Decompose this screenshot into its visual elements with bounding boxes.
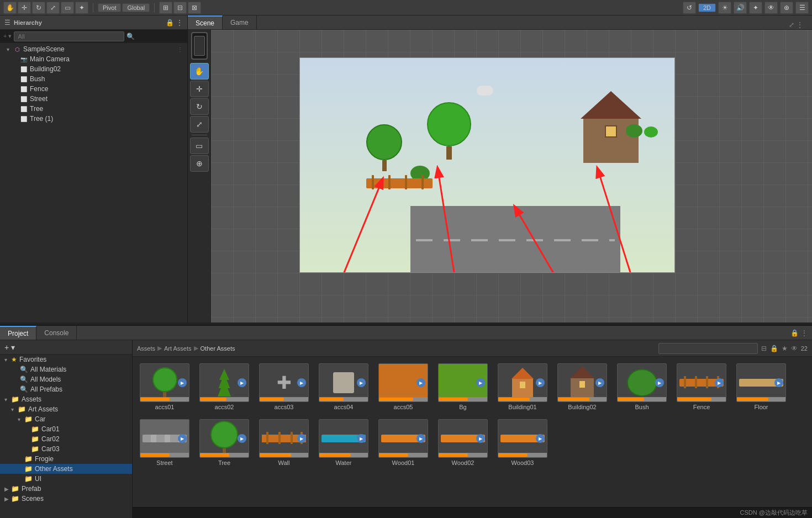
sidebar-item-all-prefabs[interactable]: 🔍 All Prefabs xyxy=(0,384,132,394)
accs05-play-btn[interactable]: ▶ xyxy=(416,378,425,387)
asset-item-bush[interactable]: ▶ Bush xyxy=(614,361,669,413)
sidebar-item-car01[interactable]: 📁 Car01 xyxy=(0,424,132,434)
hierarchy-add-btn[interactable]: + ▾ xyxy=(3,33,12,40)
hierarchy-item-tree[interactable]: ⬜ Tree xyxy=(0,104,187,114)
scene-vis-btn[interactable]: 👁 xyxy=(764,2,778,14)
bottom-menu-btn[interactable]: ⋮ xyxy=(801,329,808,337)
tool-scale-btn[interactable]: ⤢ xyxy=(190,116,209,133)
asset-item-accs02[interactable]: ▶ accs02 xyxy=(197,361,252,413)
asset-item-accs01[interactable]: ▶ accs01 xyxy=(137,361,192,413)
accs02-play-btn[interactable]: ▶ xyxy=(238,378,246,387)
bg-play-btn[interactable]: ▶ xyxy=(476,378,485,387)
floor-play-btn[interactable]: ▶ xyxy=(774,378,783,387)
rect-tool-btn[interactable]: ▭ xyxy=(61,2,74,14)
hierarchy-lock-btn[interactable]: 🔒 xyxy=(166,19,174,27)
asset-item-building01[interactable]: ▶ Building01 xyxy=(495,361,550,413)
sidebar-item-favorites[interactable]: ▾ ★ Favorites xyxy=(0,355,132,364)
rotate-tool-btn[interactable]: ↻ xyxy=(32,2,45,14)
tool-rect-btn[interactable]: ▭ xyxy=(190,138,209,154)
tree-play-btn[interactable]: ▶ xyxy=(238,434,246,443)
asset-item-wood01[interactable]: ▶ Wood01 xyxy=(376,417,431,468)
sidebar-item-car02[interactable]: 📁 Car02 xyxy=(0,434,132,444)
bush-play-btn[interactable]: ▶ xyxy=(655,378,664,387)
tool-custom-btn[interactable]: ⊕ xyxy=(190,155,209,172)
hierarchy-search-icon[interactable]: 🔍 xyxy=(126,33,135,40)
building01-play-btn[interactable]: ▶ xyxy=(536,378,545,387)
scale-tool-btn[interactable]: ⤢ xyxy=(46,2,60,14)
hierarchy-search-input[interactable] xyxy=(14,31,124,41)
asset-item-bg[interactable]: ▶ Bg xyxy=(435,361,491,413)
sidebar-item-prefab[interactable]: ▶ 📁 Prefab xyxy=(0,484,132,494)
light-btn[interactable]: ☀ xyxy=(718,2,731,14)
asset-item-accs03[interactable]: ✚ ▶ accs03 xyxy=(256,361,312,413)
scene-canvas[interactable] xyxy=(211,30,812,323)
asset-item-wall[interactable]: ▶ Wall xyxy=(256,417,312,468)
global-btn[interactable]: Global xyxy=(122,3,150,12)
grid-btn[interactable]: ⊞ xyxy=(159,2,172,14)
breadcrumb-assets[interactable]: Assets xyxy=(137,345,155,352)
hierarchy-item-samplescene[interactable]: ▾ ⬡ SampleScene ⋮ xyxy=(0,44,187,54)
hierarchy-menu-btn[interactable]: ⋮ xyxy=(176,19,183,27)
sidebar-item-car[interactable]: ▾ 📁 Car xyxy=(0,414,132,424)
sidebar-item-ui[interactable]: 📁 UI xyxy=(0,474,132,484)
wood01-play-btn[interactable]: ▶ xyxy=(416,434,425,443)
hierarchy-item-street[interactable]: ⬜ Street xyxy=(0,94,187,104)
tab-project[interactable]: Project xyxy=(0,326,36,340)
gizmos-btn[interactable]: ⊕ xyxy=(780,2,793,14)
scene-menu-btn[interactable]: ⋮ xyxy=(177,46,183,52)
favorite-asset-btn[interactable]: ★ xyxy=(782,345,788,352)
tab-scene[interactable]: Scene xyxy=(188,15,223,29)
sidebar-item-scenes[interactable]: ▶ 📁 Scenes xyxy=(0,494,132,504)
gizmo-btn[interactable]: ⊠ xyxy=(188,2,201,14)
asset-item-street[interactable]: ▶ Street xyxy=(137,417,192,468)
sidebar-item-other-assets[interactable]: 📁 Other Assets xyxy=(0,464,132,474)
layers-btn[interactable]: ☰ xyxy=(795,2,809,14)
move-tool-btn[interactable]: ✛ xyxy=(18,2,31,14)
tab-game[interactable]: Game xyxy=(223,15,257,29)
save-layout-btn[interactable]: ⊟ xyxy=(761,345,767,352)
sidebar-add-btn[interactable]: + ▾ xyxy=(4,343,15,352)
wood03-play-btn[interactable]: ▶ xyxy=(536,434,545,443)
street-play-btn[interactable]: ▶ xyxy=(178,434,187,443)
pivot-btn[interactable]: Pivot xyxy=(98,3,121,12)
water-play-btn[interactable]: ▶ xyxy=(357,434,366,443)
asset-item-tree[interactable]: ▶ Tree xyxy=(197,417,252,468)
hierarchy-item-building02[interactable]: ⬜ Building02 xyxy=(0,64,187,74)
eye-icon[interactable]: 👁 xyxy=(791,345,798,352)
fx-btn[interactable]: ✦ xyxy=(749,2,762,14)
sidebar-item-all-materials[interactable]: 🔍 All Materials xyxy=(0,364,132,374)
asset-item-accs04[interactable]: ▶ accs04 xyxy=(316,361,371,413)
tool-move-btn[interactable]: ✛ xyxy=(190,81,209,97)
asset-search-input[interactable] xyxy=(658,343,758,354)
lock-asset-btn[interactable]: 🔒 xyxy=(770,345,778,352)
sidebar-item-frogie[interactable]: 📁 Frogie xyxy=(0,454,132,464)
hierarchy-item-bush[interactable]: ⬜ Bush xyxy=(0,74,187,84)
hierarchy-item-tree1[interactable]: ⬜ Tree (1) xyxy=(0,114,187,124)
sidebar-item-art-assets[interactable]: ▾ 📁 Art Assets xyxy=(0,404,132,414)
accs03-play-btn[interactable]: ▶ xyxy=(297,378,306,387)
asset-item-floor[interactable]: ▶ Floor xyxy=(734,361,789,413)
sidebar-item-assets[interactable]: ▾ 📁 Assets xyxy=(0,394,132,404)
hierarchy-item-fence[interactable]: ⬜ Fence xyxy=(0,84,187,94)
asset-item-wood02[interactable]: ▶ Wood02 xyxy=(435,417,491,468)
asset-item-fence[interactable]: ▶ Fence xyxy=(674,361,729,413)
scene-menu-icon[interactable]: ⋮ xyxy=(797,21,803,29)
sidebar-item-car03[interactable]: 📁 Car03 xyxy=(0,444,132,454)
breadcrumb-art[interactable]: Art Assets xyxy=(164,345,192,352)
bottom-lock-btn[interactable]: 🔒 xyxy=(790,329,799,337)
wood02-play-btn[interactable]: ▶ xyxy=(476,434,485,443)
tool-rotate-btn[interactable]: ↻ xyxy=(190,98,209,115)
tool-hand-btn[interactable]: ✋ xyxy=(190,63,209,80)
wall-play-btn[interactable]: ▶ xyxy=(297,434,306,443)
accs04-play-btn[interactable]: ▶ xyxy=(357,378,366,387)
hierarchy-item-maincamera[interactable]: 📷 Main Camera xyxy=(0,54,187,64)
asset-item-wood03[interactable]: ▶ Wood03 xyxy=(495,417,550,468)
hand-tool-btn[interactable]: ✋ xyxy=(3,2,17,14)
refresh-btn[interactable]: ↺ xyxy=(683,2,696,14)
custom-tool-btn[interactable]: ✦ xyxy=(75,2,88,14)
accs01-play-btn[interactable]: ▶ xyxy=(178,378,187,387)
sidebar-item-all-models[interactable]: 🔍 All Models xyxy=(0,374,132,384)
asset-item-water[interactable]: ▶ Water xyxy=(316,417,371,468)
fence-play-btn[interactable]: ▶ xyxy=(715,378,724,387)
building02-play-btn[interactable]: ▶ xyxy=(595,378,604,387)
